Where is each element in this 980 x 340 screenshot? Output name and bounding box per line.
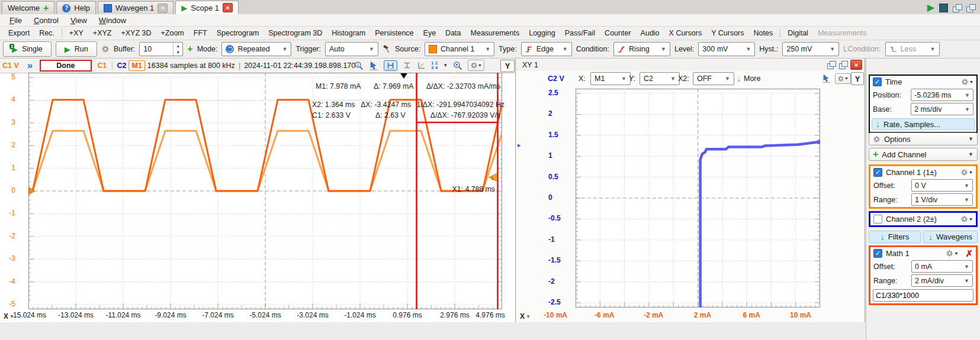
menu-window[interactable]: Window — [93, 15, 132, 25]
menu-item-x-cursors[interactable]: X Cursors — [664, 28, 707, 38]
tile-windows-icon[interactable] — [953, 4, 962, 12]
run-all-icon[interactable]: ▶ — [927, 3, 934, 12]
menu-control[interactable]: Control — [28, 15, 65, 25]
mode-select[interactable]: Repeated ▼ — [221, 42, 291, 56]
vertical-cursor-tool-icon[interactable] — [403, 61, 412, 70]
menu-item-export[interactable]: Export — [4, 28, 34, 38]
buffer-gear-icon[interactable] — [101, 45, 110, 53]
add-acquisition-icon[interactable]: + — [187, 44, 192, 54]
remove-math-1-button[interactable]: ✗ — [965, 249, 973, 258]
hysteresis-select[interactable]: 250 mV ▼ — [782, 42, 839, 56]
channel-1-range-select[interactable]: 1 V/div ▼ — [911, 193, 973, 206]
xy-y-axis-button[interactable]: Y — [851, 72, 864, 85]
trigger-select[interactable]: Auto ▼ — [325, 42, 378, 56]
scope-y-axis-button[interactable]: Y — [500, 60, 515, 72]
trigger-hammer-icon[interactable] — [383, 45, 391, 53]
rate-samples-button[interactable]: ↓ Rate, Samples... — [872, 118, 975, 130]
menu-item-eye[interactable]: Eye — [419, 28, 441, 38]
channel-1-gear-button[interactable]: ▼ — [960, 169, 973, 176]
fast-forward-icon[interactable]: » — [19, 60, 36, 72]
stop-all-icon[interactable] — [939, 4, 948, 12]
menu-item-y-cursors[interactable]: Y Cursors — [706, 28, 748, 38]
menu-item-zoom[interactable]: +Zoom — [156, 28, 189, 38]
math-1-offset-select[interactable]: 0 mA ▼ — [911, 260, 973, 273]
xy-more-button[interactable]: ↓ More — [737, 75, 760, 83]
base-select[interactable]: 2 ms/div ▼ — [911, 103, 973, 115]
position-select[interactable]: -5.0236 ms ▼ — [911, 89, 973, 101]
menu-item-counter[interactable]: Counter — [600, 28, 635, 38]
menu-item-pass-fail[interactable]: Pass/Fail — [560, 28, 600, 38]
xy-x-select[interactable]: M1 ▼ — [590, 72, 631, 85]
math-1-range-label: Range: — [873, 277, 909, 285]
xy-x2-select[interactable]: OFF ▼ — [693, 72, 734, 85]
wavegens-button[interactable]: ↓ Wavegens — [923, 231, 978, 243]
source-select[interactable]: Channel 1 ▼ — [425, 42, 494, 56]
cascade-windows-icon[interactable] — [966, 4, 975, 12]
menu-item-fft[interactable]: FFT — [189, 28, 212, 38]
horizontal-cursor-tool-button[interactable] — [384, 60, 397, 71]
condition-select[interactable]: Rising ▼ — [613, 42, 670, 56]
menu-view[interactable]: View — [65, 15, 93, 25]
channel-1-checkbox[interactable]: ✓ — [873, 168, 882, 177]
channels-1234-icon[interactable]: 1 23 4 — [431, 61, 438, 70]
add-channel-button[interactable]: + Add Channel ▼ — [869, 148, 978, 161]
xy-x-axis-button[interactable]: X ▼ — [520, 312, 531, 320]
options-button[interactable]: Options ▼ — [869, 132, 978, 145]
tab-help[interactable]: ? Help — [56, 1, 96, 14]
select-cursor-icon[interactable] — [369, 61, 378, 70]
zoom-1-icon[interactable]: 1 — [354, 61, 364, 70]
filters-button[interactable]: ↓ Filters — [869, 231, 921, 243]
close-scope-tab-button[interactable]: × — [223, 3, 233, 12]
math-1-range-select[interactable]: 2 mA/div ▼ — [911, 274, 973, 287]
menu-item-xyz[interactable]: +XYZ — [88, 28, 117, 38]
plot-settings-gear-button[interactable]: ▼ — [468, 60, 484, 71]
chevron-down-icon[interactable]: ▼ — [443, 63, 448, 68]
xy-plot-area[interactable] — [576, 89, 820, 307]
c2-badge[interactable]: C2 — [115, 61, 129, 70]
menu-item-measurements[interactable]: Measurements — [466, 28, 525, 38]
zoom-settings-icon[interactable] — [453, 61, 462, 70]
math-1-gear-button[interactable]: ▼ — [946, 250, 958, 257]
popout-window-icon[interactable] — [838, 61, 848, 69]
channel-1-offset-select[interactable]: 0 V ▼ — [911, 179, 973, 192]
menu-item-xyz-3d[interactable]: +XYZ 3D — [116, 28, 156, 38]
menu-item-persistence[interactable]: Persistence — [370, 28, 418, 38]
xy-title-bar[interactable]: XY 1 × — [516, 59, 865, 72]
single-button[interactable]: ▶1 Single — [3, 41, 52, 57]
menu-item-histogram[interactable]: Histogram — [327, 28, 370, 38]
menu-item-audio[interactable]: Audio — [636, 28, 664, 38]
time-gear-button[interactable]: ▼ — [961, 78, 973, 86]
level-select[interactable]: 300 mV ▼ — [698, 42, 755, 56]
xy-select-cursor-icon[interactable] — [822, 74, 831, 83]
tab-wavegen-1[interactable]: Wavegen 1 × — [98, 1, 173, 14]
menu-item-spectrogram-3d[interactable]: Spectrogram 3D — [264, 28, 327, 38]
close-xy-button[interactable]: × — [850, 60, 862, 70]
tab-welcome[interactable]: Welcome + — [2, 1, 54, 14]
buffer-stepper[interactable]: 10 ▲▼ — [139, 42, 183, 56]
menu-item-logging[interactable]: Logging — [524, 28, 560, 38]
xy-y-select[interactable]: C2 ▼ — [640, 72, 680, 85]
menu-item-data[interactable]: Data — [441, 28, 465, 38]
menu-file[interactable]: File — [4, 15, 28, 25]
measure-tool-icon[interactable] — [417, 61, 426, 70]
xy-settings-gear-button[interactable]: ▼ — [835, 73, 851, 84]
channel-2-gear-button[interactable]: ▼ — [960, 215, 973, 223]
menu-item-digital[interactable]: Digital — [783, 28, 813, 38]
menu-item-xy[interactable]: +XY — [65, 28, 88, 38]
c1-badge[interactable]: C1 — [95, 61, 110, 70]
scope-x-axis-button[interactable]: X ▼ — [4, 312, 14, 320]
menu-item-rec[interactable]: Rec. — [34, 28, 59, 38]
menu-item-notes[interactable]: Notes — [749, 28, 778, 38]
close-wavegen-tab-button[interactable]: × — [158, 4, 168, 13]
m1-badge[interactable]: M1 — [128, 60, 144, 71]
time-checkbox[interactable]: ✓ — [873, 77, 882, 86]
menu-item-spectrogram[interactable]: Spectrogram — [212, 28, 264, 38]
tab-scope-1[interactable]: ▶ Scope 1 × — [175, 1, 239, 14]
restore-window-icon[interactable] — [827, 61, 836, 69]
math-1-checkbox[interactable]: ✓ — [873, 249, 882, 258]
run-button[interactable]: ▶ Run — [56, 41, 97, 57]
type-select[interactable]: Edge ▼ — [521, 42, 572, 56]
buffer-spinner-arrows[interactable]: ▲▼ — [173, 43, 182, 56]
channel-2-checkbox[interactable] — [873, 215, 882, 224]
math-1-formula-input[interactable] — [873, 289, 973, 302]
